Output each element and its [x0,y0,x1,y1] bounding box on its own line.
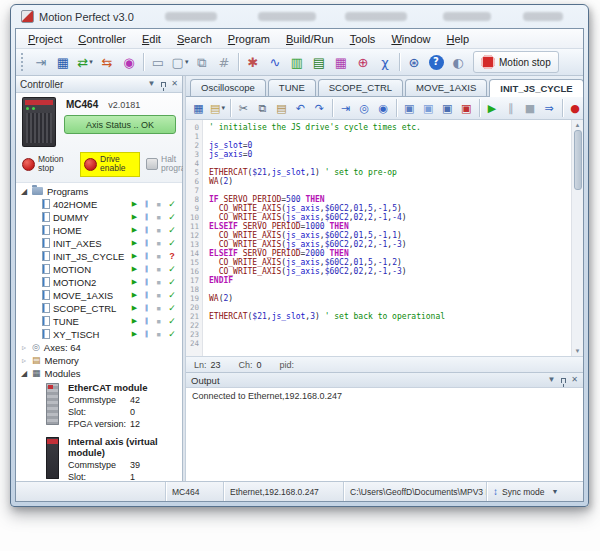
program-run-icon[interactable]: ▶ [130,226,139,234]
lock-project-icon[interactable]: ◐ [447,51,469,73]
uncomment-region-icon[interactable]: ▣ [419,99,438,118]
program-run-icon[interactable]: ▶ [130,265,139,273]
save-project-icon[interactable]: ▦ [52,51,74,73]
program-stop-icon[interactable]: ■ [154,253,163,260]
program-pause-icon[interactable]: ∥ [142,304,151,312]
program-stop-icon[interactable]: ■ [154,227,163,234]
program-run-icon[interactable]: ▶ [130,278,139,286]
expander-icon[interactable]: ◢ [20,369,28,378]
code-line[interactable]: WA(2) [209,294,571,303]
program-pause-icon[interactable]: ∥ [142,252,151,260]
panel-motion-stop-button[interactable]: Motion stop [22,155,74,174]
menu-program[interactable]: Program [220,31,278,47]
code-editor[interactable]: 0123456789101112131415161718192021222324… [186,120,583,356]
module-ethercat[interactable]: EtherCAT module Commstype42 Slot:0 FPGA … [16,380,182,434]
code-line[interactable]: ELSEIF SERVO_PERIOD=1000 THEN [209,222,571,231]
program-row-move_1axis[interactable]: MOVE_1AXIS▶∥■✓ [16,289,182,302]
axis-status-icon[interactable]: ✱ [242,51,264,73]
menu-help[interactable]: Help [439,31,478,47]
program-pause-icon[interactable]: ∥ [142,213,151,221]
motion-stop-button[interactable]: Motion stop [473,51,559,73]
axis-status-button[interactable]: Axis Status .. OK [64,115,176,134]
output-close-icon[interactable]: ✕ [571,376,578,384]
vr-table-icon[interactable]: ▦ [330,51,352,73]
panel-close-icon[interactable]: ✕ [171,80,178,88]
program-run-icon[interactable]: ▶ [130,213,139,221]
expander-icon[interactable]: ◢ [20,187,28,196]
step-program-icon[interactable]: ⇒ [540,99,559,118]
pause-program-icon[interactable]: ∥ [502,99,521,118]
program-pause-icon[interactable]: ∥ [142,278,151,286]
program-pause-icon[interactable]: ∥ [142,317,151,325]
module-internal-axis[interactable]: Internal axis (virtual module) Commstype… [16,434,182,481]
jog-panel-icon[interactable]: # [213,51,235,73]
cut-icon[interactable]: ✂ [234,99,253,118]
save-file-icon[interactable]: ▦ [189,99,208,118]
program-pause-icon[interactable]: ∥ [142,291,151,299]
program-pause-icon[interactable]: ∥ [142,226,151,234]
program-pause-icon[interactable]: ∥ [142,200,151,208]
code-line[interactable] [209,303,571,312]
redo-icon[interactable]: ↷ [310,99,329,118]
scroll-up-icon[interactable]: ▲ [575,120,581,130]
code-line[interactable]: CO_WRITE_AXIS(js_axis,$60C2,01,5,-1,1) [209,231,571,240]
window-layout-icon[interactable]: ▢▾ [169,51,191,73]
program-run-icon[interactable]: ▶ [130,330,139,338]
program-run-icon[interactable]: ▶ [130,291,139,299]
program-stop-icon[interactable]: ■ [154,292,163,299]
code-line[interactable]: js_axis=0 [209,150,571,159]
menu-search[interactable]: Search [169,31,220,47]
record-icon[interactable]: ● [565,99,583,118]
code-line[interactable] [209,285,571,294]
scrollbar-thumb[interactable] [574,130,582,190]
help-icon[interactable]: ? [425,51,447,73]
output-pin-icon[interactable] [561,378,566,383]
code-line[interactable] [209,186,571,195]
controller-panel-header[interactable]: Controller ▼ ✕ [16,76,182,93]
program-row-init_js_cycle[interactable]: INIT_JS_CYCLE▶∥■? [16,250,182,263]
duplicate-window-icon[interactable]: ⧉ [191,51,213,73]
tree-node-memory[interactable]: ▹ ▤ Memory [16,354,182,367]
code-line[interactable] [209,339,571,348]
terminal-window-icon[interactable]: ▭ [147,51,169,73]
undo-icon[interactable]: ↶ [291,99,310,118]
panel-pin-icon[interactable] [161,82,166,87]
menu-edit[interactable]: Edit [134,31,169,47]
oscilloscope-icon[interactable]: ∿ [264,51,286,73]
tree-node-programs[interactable]: ◢ Programs [16,185,182,198]
tab-oscilloscope[interactable]: Oscilloscope [190,79,266,96]
export-file-icon[interactable]: ▤▾ [208,99,227,118]
tree-node-modules[interactable]: ◢ ▦ Modules [16,367,182,380]
code-line[interactable]: CO_WRITE_AXIS(js_axis,$60C2,01,5,-1,2) [209,258,571,267]
program-row-402home[interactable]: 402HOME▶∥■✓ [16,198,182,211]
program-stop-icon[interactable]: ■ [154,266,163,273]
comment-region-icon[interactable]: ▣ [400,99,419,118]
run-program-icon[interactable]: ▶ [483,99,502,118]
code-line[interactable]: WA(2) [209,177,571,186]
copy-icon[interactable]: ⧉ [253,99,272,118]
tab-move_1axis[interactable]: MOVE_1AXIS [405,79,487,96]
tree-node-axes[interactable]: ▹ ◎ Axes: 64 [16,341,182,354]
program-stop-icon[interactable]: ■ [154,305,163,312]
code-line[interactable]: CO_WRITE_AXIS(js_axis,$60C2,02,2,-1,-3) [209,240,571,249]
program-row-motion[interactable]: MOTION▶∥■✓ [16,263,182,276]
code-line[interactable]: CO_WRITE_AXIS(js_axis,$60C2,02,2,-1,-4) [209,213,571,222]
sync-compare-icon[interactable]: ⇆ [96,51,118,73]
program-run-icon[interactable]: ▶ [130,239,139,247]
program-stop-icon[interactable]: ■ [154,214,163,221]
code-text[interactable]: ' initialise the JS drive's cycle times … [203,120,571,356]
program-row-tune[interactable]: TUNE▶∥■✓ [16,315,182,328]
program-row-scope_ctrl[interactable]: SCOPE_CTRL▶∥■✓ [16,302,182,315]
code-line[interactable] [209,321,571,330]
output-console[interactable]: Connected to Ethernet,192.168.0.247 [186,388,583,481]
editor-scrollbar[interactable]: ▲ ▼ [571,120,583,356]
find-replace-icon[interactable]: ◉ [374,99,393,118]
axis-monitor-icon[interactable]: ⊕ [352,51,374,73]
program-stop-icon[interactable]: ■ [154,240,163,247]
clear-bookmarks-icon[interactable]: ▣ [457,99,476,118]
program-row-xy_tisch[interactable]: XY_TISCH▶∥■✓ [16,328,182,341]
program-row-motion2[interactable]: MOTION2▶∥■✓ [16,276,182,289]
panel-menu-chevron-icon[interactable]: ▼ [147,80,155,88]
program-stop-icon[interactable]: ■ [154,201,163,208]
code-line[interactable]: ENDIF [209,276,571,285]
